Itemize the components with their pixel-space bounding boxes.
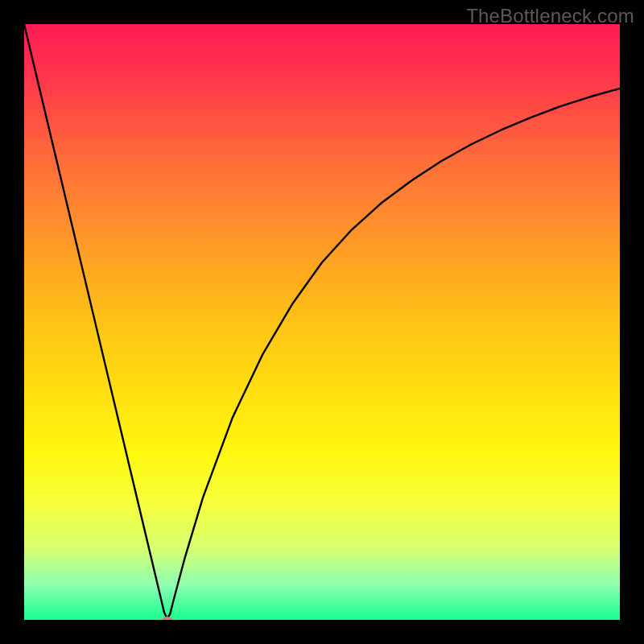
- bottleneck-curve: [24, 24, 620, 619]
- chart-svg: [24, 24, 620, 620]
- optimum-marker: [163, 617, 172, 620]
- chart-frame: TheBottleneck.com: [0, 0, 644, 644]
- watermark-text: TheBottleneck.com: [466, 5, 634, 27]
- plot-area: [24, 24, 620, 620]
